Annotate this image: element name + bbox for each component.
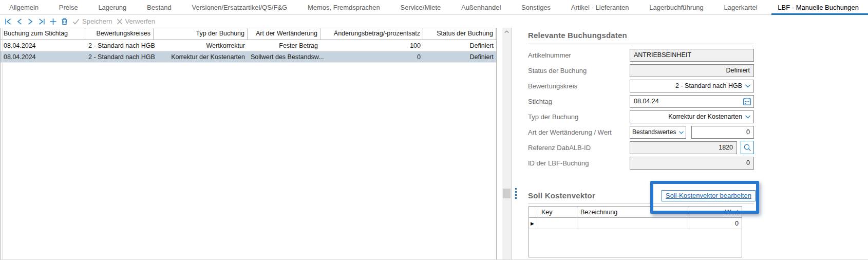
table-row[interactable]: 08.04.20242 - Standard nach HGBWertkorre… <box>1 40 496 51</box>
booking-detail-panel: Relevante Buchungsdaten Artikelnummer AN… <box>528 31 754 171</box>
tab-allgemein[interactable]: Allgemein <box>7 1 41 14</box>
tab-sonstiges[interactable]: Sonstiges <box>519 1 553 14</box>
nav-previous-button[interactable] <box>16 17 23 26</box>
lbf-id-label: ID der LBF-Buchung <box>528 159 630 167</box>
grid-header: Buchung zum StichtagBewertungskreisesTyp… <box>1 28 496 40</box>
grid-cell: Wertkorrektur <box>154 42 248 49</box>
plus-icon <box>49 17 57 26</box>
tab-preise[interactable]: Preise <box>57 1 80 14</box>
panel-divider <box>512 28 512 260</box>
row-marker: ▶ <box>529 218 538 229</box>
wertaenderung-art-value: Bestandswertes <box>632 128 676 136</box>
discard-button[interactable]: Verwerfen <box>116 17 156 26</box>
kostenvektor-row[interactable]: ▶ 0 <box>529 218 742 229</box>
table-row[interactable]: 08.04.20242 - Standard nach HGBKorrektur… <box>1 51 496 63</box>
lbf-id-field[interactable]: 0 <box>630 157 754 170</box>
check-icon <box>72 17 80 26</box>
add-record-button[interactable] <box>49 17 57 26</box>
bewertungskreis-row: Bewertungskreis 2 - Standard nach HGB <box>528 78 754 94</box>
kostenvektor-marker-header <box>529 207 538 217</box>
grid-column-header[interactable]: Buchung zum Stichtag <box>1 28 85 40</box>
kostenvektor-wert-cell[interactable]: 0 <box>688 218 742 229</box>
chevron-down-icon[interactable] <box>744 113 751 120</box>
kostenvektor-col-bezeichnung[interactable]: Bezeichnung <box>577 207 688 217</box>
nav-first-button[interactable] <box>4 17 12 26</box>
tab-artikel-lieferanten[interactable]: Artikel - Lieferanten <box>569 1 631 14</box>
grid-column-header[interactable]: Art der Wertänderung <box>248 28 320 40</box>
typ-select[interactable]: Korrektur der Kostenarten <box>630 110 754 123</box>
calendar-icon[interactable] <box>742 97 752 106</box>
nav-last-icon <box>37 17 46 26</box>
stichtag-label: Stichtag <box>528 98 630 105</box>
status-label: Status der Buchung <box>528 67 630 75</box>
scroll-up-arrow-icon[interactable] <box>502 28 511 36</box>
kostenvektor-bezeichnung-cell[interactable] <box>577 218 688 229</box>
nav-first-icon <box>4 17 12 26</box>
artikelnummer-field[interactable]: ANTRIEBSEINHEIT <box>630 49 754 62</box>
tab-lagerkartei[interactable]: Lagerkartei <box>722 1 760 14</box>
wert-input[interactable]: 0 <box>691 126 754 139</box>
soll-kostenvektor-section: Soll Kostenvektor Soll-Kostenvektor bear… <box>528 191 754 257</box>
tab-lbf-manuelle-buchungen[interactable]: LBF - Manuelle Buchungen <box>776 1 861 14</box>
kostenvektor-key-cell[interactable] <box>538 218 577 229</box>
referenz-field[interactable]: 1820 <box>630 141 737 154</box>
tab-versionen-ersatzartikel-qs-f-g[interactable]: Versionen/Ersatzartikel/QS/F&G <box>190 1 289 14</box>
grid-cell: 08.04.2024 <box>1 53 85 61</box>
bewertungskreis-select[interactable]: 2 - Standard nach HGB <box>630 80 754 92</box>
kostenvektor-col-key[interactable]: Key <box>538 207 577 217</box>
search-icon <box>743 143 752 152</box>
soll-kostenvektor-bearbeiten-link[interactable]: Soll-Kostenvektor bearbeiten <box>662 190 756 201</box>
chevron-down-icon[interactable] <box>678 129 685 136</box>
row-marker-arrow-icon: ▶ <box>531 221 534 226</box>
status-value: Definiert <box>634 67 750 74</box>
splitter-handle[interactable] <box>514 188 517 199</box>
kostenvektor-table: Key Bezeichnung Wert ▶ 0 <box>529 206 742 257</box>
nav-next-icon <box>27 17 34 26</box>
art-wert-label: Art der Wertänderung / Wert <box>528 128 630 136</box>
grid-cell: Korrektur der Kostenarten <box>154 53 248 61</box>
kostenvektor-col-wert[interactable]: Wert <box>688 207 742 217</box>
grid-column-header[interactable]: Bewertungskreises <box>85 28 154 40</box>
tab-bar: AllgemeinPreiseLagerungBestandVersionen/… <box>0 0 868 15</box>
tab-bestand[interactable]: Bestand <box>145 1 174 14</box>
grid-cell: Sollwert des Bestandsw... <box>248 53 320 61</box>
tab-außenhandel[interactable]: Außenhandel <box>459 1 503 14</box>
grid-column-header[interactable]: Typ der Buchung <box>154 28 248 40</box>
application-window: AllgemeinPreiseLagerungBestandVersionen/… <box>0 0 868 260</box>
x-icon <box>116 17 123 26</box>
tab-lagerung[interactable]: Lagerung <box>96 1 128 14</box>
artikelnummer-value: ANTRIEBSEINHEIT <box>634 51 750 59</box>
wertaenderung-art-select[interactable]: Bestandswertes <box>630 126 686 139</box>
typ-value: Korrektur der Kostenarten <box>634 113 742 120</box>
tab-service-miete[interactable]: Service/Miete <box>399 1 443 14</box>
chevron-down-icon[interactable] <box>744 82 751 89</box>
delete-record-button[interactable] <box>61 17 68 26</box>
referenz-lookup-button[interactable] <box>741 141 754 154</box>
status-row: Status der Buchung Definiert <box>528 63 754 78</box>
save-button[interactable]: Speichern <box>72 17 112 26</box>
stichtag-input[interactable]: 08.04.24 <box>630 95 754 108</box>
nav-last-button[interactable] <box>37 17 46 26</box>
nav-next-button[interactable] <box>27 17 34 26</box>
art-wert-row: Art der Wertänderung / Wert Bestandswert… <box>528 124 754 140</box>
grid-vertical-scrollbar[interactable] <box>502 28 511 260</box>
grid-cell: Fester Betrag <box>248 42 320 49</box>
discard-button-label: Verwerfen <box>125 17 156 25</box>
grid-column-header[interactable]: Änderungsbetrag/-prozentsatz <box>320 28 423 40</box>
tab-memos-fremdsprachen[interactable]: Memos, Fremdsprachen <box>306 1 382 14</box>
panel-title: Relevante Buchungsdaten <box>528 31 754 40</box>
grid-column-header[interactable]: Status der Buchung <box>423 28 496 40</box>
scrollbar-thumb[interactable] <box>503 189 511 198</box>
wert-value: 0 <box>695 128 750 136</box>
artikelnummer-row: Artikelnummer ANTRIEBSEINHEIT <box>528 47 754 63</box>
tab-lagerbuchführung[interactable]: Lagerbuchführung <box>647 1 706 14</box>
grid-cell: 2 - Standard nach HGB <box>85 53 154 61</box>
lbf-id-row: ID der LBF-Buchung 0 <box>528 155 754 171</box>
bewertungskreis-label: Bewertungskreis <box>528 82 630 90</box>
artikelnummer-label: Artikelnummer <box>528 51 630 59</box>
status-field[interactable]: Definiert <box>630 64 754 77</box>
trash-icon <box>61 17 68 26</box>
grid-body: 08.04.20242 - Standard nach HGBWertkorre… <box>1 40 496 63</box>
grid-cell: 08.04.2024 <box>1 42 85 49</box>
grid-cell: 100 <box>320 42 423 49</box>
